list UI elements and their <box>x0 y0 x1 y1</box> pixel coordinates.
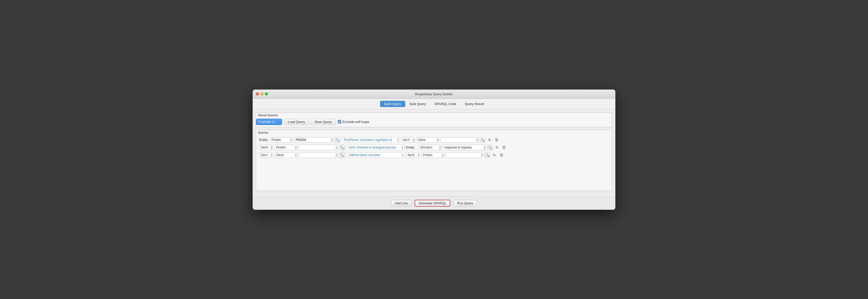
window-title: Biogateway Query Builder <box>415 92 453 96</box>
row2-delete-button[interactable]: 🗑 <box>501 145 507 150</box>
row1-refresh-button[interactable]: ↻ <box>487 137 493 143</box>
stored-queries-body: Example 1a Example 1b Example 1c Example… <box>256 118 612 127</box>
row3-val-up[interactable]: ▲ <box>336 153 337 155</box>
row3-rset-up[interactable]: ▲ <box>417 153 419 155</box>
titlebar: Biogateway Query Builder <box>253 90 615 99</box>
row3-result-type-select[interactable]: Protein Gene GO-term <box>421 152 444 158</box>
exclude-selfloops-row: Exclude self-loops <box>338 120 370 124</box>
row3-result-search-button[interactable]: 🔍 <box>485 152 490 158</box>
toolbar: Build Query Bulk Query SPARQL Code Query… <box>253 99 615 109</box>
row2-set-up[interactable]: ▲ <box>271 146 273 147</box>
exclude-selfloops-checkbox[interactable] <box>338 120 341 124</box>
row3-type-down[interactable]: ▼ <box>295 155 297 157</box>
query-select-wrapper: Example 1a Example 1b Example 1c Example… <box>256 119 282 125</box>
row2-res-up[interactable]: ▲ <box>484 146 485 147</box>
row1-result-input[interactable] <box>440 137 478 143</box>
row1-search-button[interactable]: 🔍 <box>335 137 340 143</box>
row2-search-button[interactable]: 🔍 <box>339 145 345 150</box>
row3-rel-down[interactable]: ▼ <box>402 155 403 157</box>
row1-value-down[interactable]: ▼ <box>331 140 333 142</box>
row2-rel-up[interactable]: ▲ <box>402 146 403 147</box>
row2-res-down[interactable]: ▼ <box>484 147 485 149</box>
row1-rel-up[interactable]: ▲ <box>397 138 399 140</box>
row3-relation-wrapper: Prot2Gene: involved in regulation of GOA… <box>346 152 404 158</box>
tab-build-query[interactable]: Build Query <box>380 101 405 107</box>
row2-left-set-wrapper: Set B Set A Entity ▲ ▼ <box>259 145 273 150</box>
row2-result-input[interactable] <box>443 145 486 150</box>
row3-left-type-select[interactable]: Protein Gene GO-term <box>275 152 297 158</box>
content-area: Stored Queries Example 1a Example 1b Exa… <box>253 109 615 196</box>
row1-set-up[interactable]: ▲ <box>412 138 414 140</box>
row3-rtype-down[interactable]: ▼ <box>441 155 443 157</box>
row3-result-input[interactable] <box>445 152 483 158</box>
row1-rel-down[interactable]: ▼ <box>397 140 399 142</box>
row1-value-input[interactable] <box>294 137 333 143</box>
run-query-button[interactable]: Run Query <box>454 200 477 206</box>
close-button[interactable] <box>256 92 259 96</box>
row1-result-type-select[interactable]: Gene Protein GO-term <box>416 137 439 143</box>
row3-res-down[interactable]: ▼ <box>481 155 483 157</box>
query-select[interactable]: Example 1a Example 1b Example 1c Example… <box>256 119 282 125</box>
row1-res-up[interactable]: ▲ <box>476 138 478 140</box>
row2-rel-down[interactable]: ▼ <box>402 147 403 149</box>
row3-search-button[interactable]: 🔍 <box>339 152 345 158</box>
row3-value-input[interactable] <box>299 152 338 158</box>
tab-query-result[interactable]: Query Result <box>461 101 488 107</box>
row3-delete-button[interactable]: 🗑 <box>499 152 504 158</box>
row2-refresh-button[interactable]: ↻ <box>494 145 500 150</box>
row3-type-up[interactable]: ▲ <box>295 153 297 155</box>
row1-relation-wrapper: Prot2Gene: involved in regulation of GOA… <box>341 137 400 143</box>
row3-rtype-up[interactable]: ▲ <box>441 153 443 155</box>
row1-result-search-button[interactable]: 🔍 <box>480 137 486 143</box>
row1-res-down[interactable]: ▼ <box>476 140 478 142</box>
query-row-2: Set B Set A Entity ▲ ▼ Protein Gene <box>259 145 609 150</box>
row2-type-down[interactable]: ▼ <box>295 147 297 149</box>
minimize-button[interactable] <box>260 92 264 96</box>
row2-rtype-down[interactable]: ▼ <box>439 147 441 149</box>
row1-type-down-arrow[interactable]: ▼ <box>290 140 292 142</box>
row2-result-wrapper: ▲ ▼ <box>443 145 486 150</box>
row2-value-input[interactable] <box>299 145 338 150</box>
row2-result-search-button[interactable]: 🔍 <box>487 145 493 150</box>
row3-rel-up[interactable]: ▲ <box>402 153 403 155</box>
row1-value-up[interactable]: ▲ <box>331 138 333 140</box>
row1-set-down[interactable]: ▼ <box>412 140 414 142</box>
row2-left-type-wrapper: Protein Gene GO-term ▲ ▼ <box>275 145 297 150</box>
row1-rtype-down[interactable]: ▼ <box>437 140 438 142</box>
row3-rset-down[interactable]: ▼ <box>417 155 419 157</box>
row2-relation-select[interactable]: Prot2Gene: involved in regulation of GOA… <box>346 145 404 150</box>
row3-set-down[interactable]: ▼ <box>271 155 273 157</box>
generate-sparql-button[interactable]: Generate SPARQL <box>414 200 451 207</box>
row2-type-up[interactable]: ▲ <box>295 146 297 147</box>
row3-val-down[interactable]: ▼ <box>336 155 337 157</box>
tab-bulk-query[interactable]: Bulk Query <box>406 101 430 107</box>
query-row-1: Entity: Protein Gene GO-term ▲ ▼ <box>259 137 609 143</box>
row1-relation-select[interactable]: Prot2Gene: involved in regulation of GOA… <box>341 137 400 143</box>
row2-val-down[interactable]: ▼ <box>336 147 337 149</box>
row1-delete-button[interactable]: 🗑 <box>494 137 499 143</box>
row2-value-wrapper: ▲ ▼ <box>299 145 338 150</box>
row3-refresh-button[interactable]: ↻ <box>492 152 497 158</box>
row1-result-wrapper: ▲ ▼ <box>440 137 478 143</box>
row3-right-set-wrapper: Set A Set B Entity ▲ ▼ <box>406 152 420 158</box>
save-query-button[interactable]: Save Query <box>311 119 336 125</box>
row1-left-type-select[interactable]: Protein Gene GO-term <box>270 137 292 143</box>
row2-val-up[interactable]: ▲ <box>336 146 337 147</box>
row1-rtype-up[interactable]: ▲ <box>437 138 438 140</box>
row1-type-up-arrow[interactable]: ▲ <box>290 138 292 140</box>
row2-rtype-up[interactable]: ▲ <box>439 146 441 147</box>
row1-result-type-wrapper: Gene Protein GO-term ▲ ▼ <box>416 137 439 143</box>
add-line-button[interactable]: Add Line <box>391 200 411 206</box>
row2-left-type-select[interactable]: Protein Gene GO-term <box>275 145 297 150</box>
row2-set-down[interactable]: ▼ <box>271 147 273 149</box>
row2-right-entity-select[interactable]: Protein Gene GO-term <box>418 145 441 150</box>
row3-set-up[interactable]: ▲ <box>271 153 273 155</box>
queries-section: Queries Entity: Protein Gene GO-term ▲ ▼ <box>256 130 612 191</box>
tab-sparql-code[interactable]: SPARQL Code <box>431 101 460 107</box>
row3-relation-select[interactable]: Prot2Gene: involved in regulation of GOA… <box>346 152 404 158</box>
maximize-button[interactable] <box>265 92 268 96</box>
load-query-button[interactable]: Load Query <box>284 119 309 125</box>
row3-res-up[interactable]: ▲ <box>481 153 483 155</box>
row3-left-type-wrapper: Protein Gene GO-term ▲ ▼ <box>275 152 297 158</box>
app-window: Biogateway Query Builder Build Query Bul… <box>252 89 616 210</box>
